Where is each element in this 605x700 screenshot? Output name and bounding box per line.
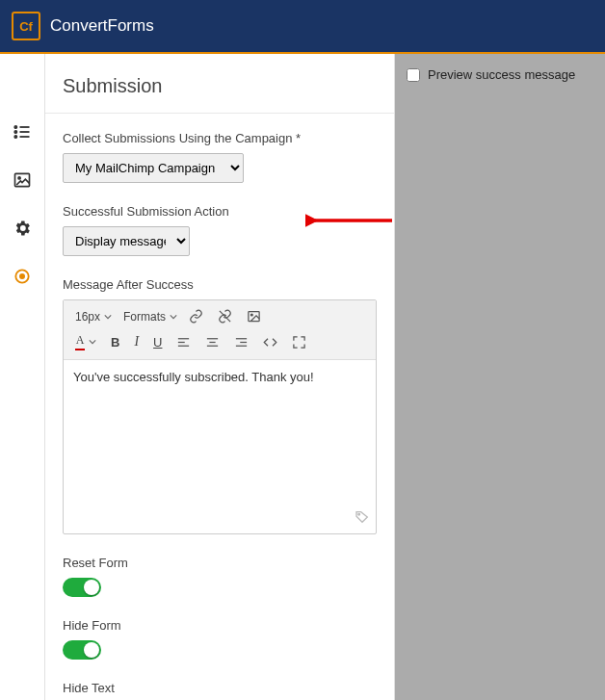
editor-content[interactable]: You've successfully subscribed. Thank yo… bbox=[64, 360, 376, 506]
campaign-label: Collect Submissions Using the Campaign * bbox=[63, 131, 377, 145]
svg-point-7 bbox=[18, 177, 20, 179]
align-center-icon[interactable] bbox=[199, 330, 225, 354]
field-action: Successful Submission Action Display mes… bbox=[63, 204, 377, 256]
unlink-icon[interactable] bbox=[212, 304, 238, 328]
editor-toolbar: 16px Formats bbox=[64, 300, 376, 360]
fullscreen-icon[interactable] bbox=[286, 330, 312, 354]
preview-checkbox-row[interactable]: Preview success message bbox=[407, 67, 593, 82]
app-logo: Cf bbox=[12, 12, 40, 40]
gear-icon[interactable] bbox=[12, 218, 33, 239]
image-icon[interactable] bbox=[12, 169, 33, 191]
list-icon[interactable] bbox=[12, 121, 33, 143]
preview-area: Preview success message bbox=[395, 54, 605, 700]
rich-text-editor: 16px Formats bbox=[63, 299, 377, 534]
formats-dropdown[interactable]: Formats bbox=[118, 305, 180, 328]
logo-text: Cf bbox=[19, 19, 33, 34]
caret-down-icon bbox=[89, 338, 96, 346]
svg-point-3 bbox=[14, 126, 16, 128]
underline-button[interactable]: U bbox=[147, 330, 168, 354]
font-color-button[interactable]: A bbox=[69, 328, 102, 355]
field-hide-text: Hide Text bbox=[63, 681, 377, 700]
hide-text-label: Hide Text bbox=[63, 681, 377, 695]
code-icon[interactable] bbox=[257, 330, 283, 354]
app-title: ConvertForms bbox=[50, 16, 154, 36]
insert-image-icon[interactable] bbox=[241, 304, 267, 328]
message-text: You've successfully subscribed. Thank yo… bbox=[73, 370, 314, 384]
reset-form-label: Reset Form bbox=[63, 556, 377, 570]
fontsize-dropdown[interactable]: 16px bbox=[69, 305, 115, 328]
target-icon[interactable] bbox=[12, 266, 33, 287]
fontsize-label: 16px bbox=[75, 310, 100, 324]
preview-success-checkbox[interactable] bbox=[407, 68, 420, 82]
field-campaign: Collect Submissions Using the Campaign *… bbox=[63, 131, 377, 183]
settings-panel: Submission Collect Submissions Using the… bbox=[44, 54, 395, 700]
hide-form-toggle[interactable] bbox=[63, 640, 101, 660]
hide-form-label: Hide Form bbox=[63, 618, 377, 633]
field-hide-form: Hide Form bbox=[63, 618, 377, 660]
top-bar: Cf ConvertForms bbox=[0, 0, 605, 54]
action-label: Successful Submission Action bbox=[63, 204, 377, 219]
svg-point-5 bbox=[14, 136, 16, 138]
panel-title: Submission bbox=[45, 54, 394, 114]
align-right-icon[interactable] bbox=[228, 330, 254, 354]
svg-point-22 bbox=[358, 514, 360, 516]
link-icon[interactable] bbox=[183, 304, 209, 328]
svg-point-12 bbox=[250, 314, 252, 316]
svg-point-4 bbox=[14, 131, 16, 133]
formats-label: Formats bbox=[123, 310, 166, 324]
svg-point-9 bbox=[20, 274, 24, 278]
campaign-select[interactable]: My MailChimp Campaign bbox=[63, 153, 244, 183]
align-left-icon[interactable] bbox=[171, 330, 197, 354]
caret-down-icon bbox=[170, 313, 177, 321]
reset-form-toggle[interactable] bbox=[63, 578, 101, 597]
action-select[interactable]: Display message bbox=[63, 226, 190, 256]
tag-icon[interactable] bbox=[355, 509, 370, 529]
caret-down-icon bbox=[104, 313, 112, 321]
message-label: Message After Success bbox=[63, 277, 377, 292]
field-reset-form: Reset Form bbox=[63, 556, 377, 597]
italic-button[interactable]: I bbox=[128, 329, 145, 354]
preview-checkbox-label: Preview success message bbox=[428, 67, 575, 82]
side-nav bbox=[0, 54, 44, 700]
field-message: Message After Success 16px Formats bbox=[63, 277, 377, 534]
bold-button[interactable]: B bbox=[105, 330, 125, 354]
